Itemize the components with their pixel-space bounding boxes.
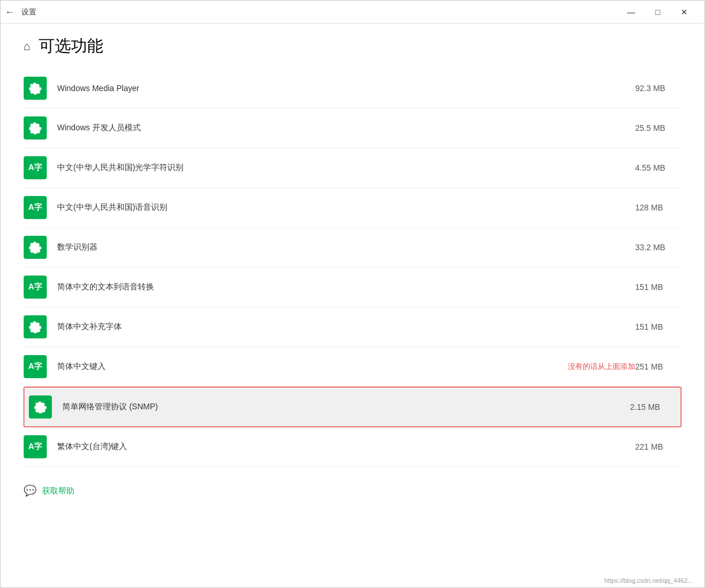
feature-name: Windows 开发人员模式: [57, 123, 635, 133]
gear-icon: [24, 116, 47, 140]
feature-size: 128 MB: [635, 203, 681, 212]
help-footer: 💬 获取帮助: [24, 478, 681, 498]
help-button[interactable]: 获取帮助: [42, 486, 74, 496]
font-icon: A字: [24, 196, 47, 219]
watermark: https://blog.csdn.net/qq_4462...: [604, 577, 693, 584]
gear-icon: [24, 77, 47, 100]
feature-name: 简体中文键入: [57, 361, 635, 372]
annotation-text: 没有的话从上面添加: [568, 361, 635, 372]
main-area: ⌂ 可选功能 Windows Media Player92.3 MB Windo…: [1, 24, 704, 588]
font-icon: A字: [24, 156, 47, 179]
minimize-button[interactable]: —: [618, 1, 644, 24]
page-title: 可选功能: [39, 35, 103, 57]
gear-icon: [24, 315, 47, 338]
feature-name: 中文(中华人民共和国)光学字符识别: [57, 163, 635, 173]
list-item[interactable]: A字简体中文键入251 MB没有的话从上面添加: [24, 347, 681, 387]
gear-icon: [29, 395, 52, 419]
home-icon: ⌂: [24, 40, 31, 53]
titlebar-title: 设置: [21, 7, 36, 17]
list-item[interactable]: A字繁体中文(台湾)键入221 MB: [24, 427, 681, 467]
list-item[interactable]: Windows Media Player92.3 MB: [24, 69, 681, 108]
list-item[interactable]: Windows 开发人员模式25.5 MB: [24, 108, 681, 148]
list-item[interactable]: A字中文(中华人民共和国)语音识别128 MB: [24, 188, 681, 228]
titlebar-left: ← 设置: [5, 7, 36, 17]
feature-name: Windows Media Player: [57, 84, 635, 93]
feature-name: 简单网络管理协议 (SNMP): [62, 402, 630, 412]
close-button[interactable]: ✕: [671, 1, 697, 24]
list-item[interactable]: A字中文(中华人民共和国)光学字符识别4.55 MB: [24, 148, 681, 188]
maximize-button[interactable]: □: [644, 1, 671, 24]
list-item[interactable]: A字简体中文的文本到语音转换151 MB: [24, 267, 681, 307]
list-item[interactable]: 数学识别器33.2 MB: [24, 228, 681, 267]
feature-size: 221 MB: [635, 442, 681, 451]
feature-size: 2.15 MB: [630, 402, 676, 412]
font-icon: A字: [24, 355, 47, 378]
page-header: ⌂ 可选功能: [24, 35, 681, 57]
feature-size: 4.55 MB: [635, 163, 681, 172]
font-icon: A字: [24, 435, 47, 458]
content-area: ⌂ 可选功能 Windows Media Player92.3 MB Windo…: [1, 24, 704, 588]
font-icon: A字: [24, 276, 47, 299]
list-item[interactable]: 简体中文补充字体151 MB: [24, 307, 681, 347]
back-button[interactable]: ←: [5, 7, 14, 17]
feature-name: 简体中文的文本到语音转换: [57, 282, 635, 292]
list-item[interactable]: 简单网络管理协议 (SNMP)2.15 MB: [24, 387, 681, 427]
feature-size: 33.2 MB: [635, 243, 681, 252]
feature-list: Windows Media Player92.3 MB Windows 开发人员…: [24, 69, 681, 467]
titlebar-controls: — □ ✕: [618, 1, 697, 24]
feature-name: 简体中文补充字体: [57, 322, 635, 332]
feature-name: 繁体中文(台湾)键入: [57, 442, 635, 452]
feature-name: 数学识别器: [57, 242, 635, 252]
feature-size: 25.5 MB: [635, 123, 681, 133]
feature-name: 中文(中华人民共和国)语音识别: [57, 202, 635, 213]
feature-size: 151 MB: [635, 322, 681, 331]
help-icon: 💬: [24, 484, 38, 498]
feature-size: 251 MB: [635, 362, 681, 371]
feature-size: 92.3 MB: [635, 84, 681, 93]
titlebar: ← 设置 — □ ✕: [1, 1, 704, 24]
feature-size: 151 MB: [635, 282, 681, 292]
gear-icon: [24, 236, 47, 259]
